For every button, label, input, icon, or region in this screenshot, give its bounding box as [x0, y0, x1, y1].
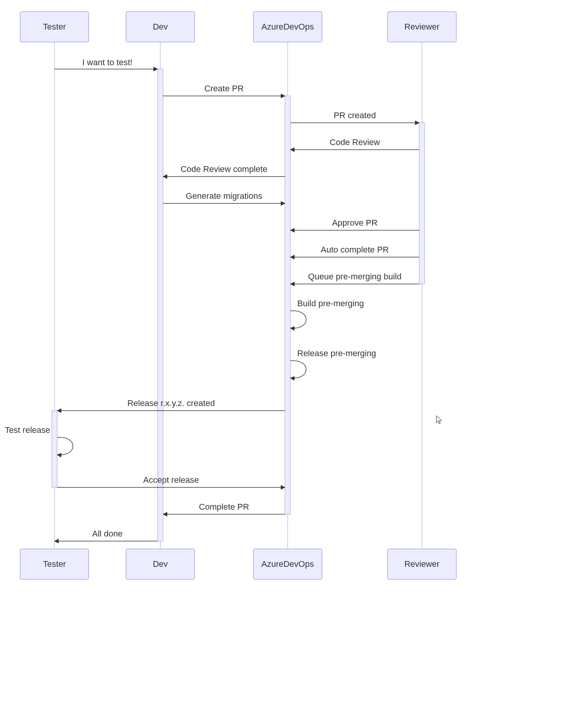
message-label-m1: I want to test! — [82, 58, 133, 68]
actor-label: AzureDevOps — [262, 559, 314, 569]
diagram-svg — [0, 0, 583, 728]
actor-box-ado-top: AzureDevOps — [253, 12, 322, 42]
message-arrow-m10 — [290, 311, 306, 329]
actor-label: Dev — [153, 22, 168, 32]
message-label-m6: Generate migrations — [186, 191, 262, 201]
message-label-m12: Release r.x.y.z. created — [127, 398, 215, 408]
activation-dev — [158, 69, 163, 541]
message-label-m2: Create PR — [204, 84, 244, 94]
sequence-diagram: I want to test!Create PRPR createdCode R… — [0, 0, 583, 728]
actor-label: Dev — [153, 559, 168, 569]
activation-reviewer — [419, 123, 425, 284]
cursor-icon — [436, 416, 441, 424]
message-label-m10: Build pre-merging — [297, 299, 364, 309]
actor-box-tester-bottom: Tester — [20, 549, 89, 579]
message-label-m8: Auto complete PR — [321, 245, 389, 255]
message-label-m4: Code Review — [330, 137, 380, 147]
message-arrow-m13 — [57, 437, 73, 455]
message-label-m14: Accept release — [143, 475, 199, 485]
message-label-m13: Test release — [5, 425, 50, 435]
actor-box-ado-bottom: AzureDevOps — [253, 549, 322, 579]
message-label-m16: All done — [92, 529, 123, 539]
actor-label: Tester — [43, 559, 66, 569]
activation-ado — [285, 96, 290, 514]
actor-label: Tester — [43, 22, 66, 32]
message-label-m7: Approve PR — [332, 218, 378, 228]
message-label-m15: Complete PR — [199, 502, 249, 512]
actor-label: Reviewer — [404, 559, 440, 569]
message-label-m5: Code Review complete — [181, 164, 267, 174]
actor-label: AzureDevOps — [262, 22, 314, 32]
message-label-m3: PR created — [334, 111, 376, 121]
message-arrow-m11 — [290, 361, 306, 378]
actor-box-reviewer-top: Reviewer — [387, 12, 456, 42]
activation-tester — [52, 411, 57, 487]
actor-box-dev-top: Dev — [126, 12, 195, 42]
actor-box-reviewer-bottom: Reviewer — [387, 549, 456, 579]
actor-label: Reviewer — [404, 22, 440, 32]
message-label-m9: Queue pre-merging build — [308, 272, 401, 282]
actor-box-dev-bottom: Dev — [126, 549, 195, 579]
message-label-m11: Release pre-merging — [297, 348, 376, 358]
actor-box-tester-top: Tester — [20, 12, 89, 42]
